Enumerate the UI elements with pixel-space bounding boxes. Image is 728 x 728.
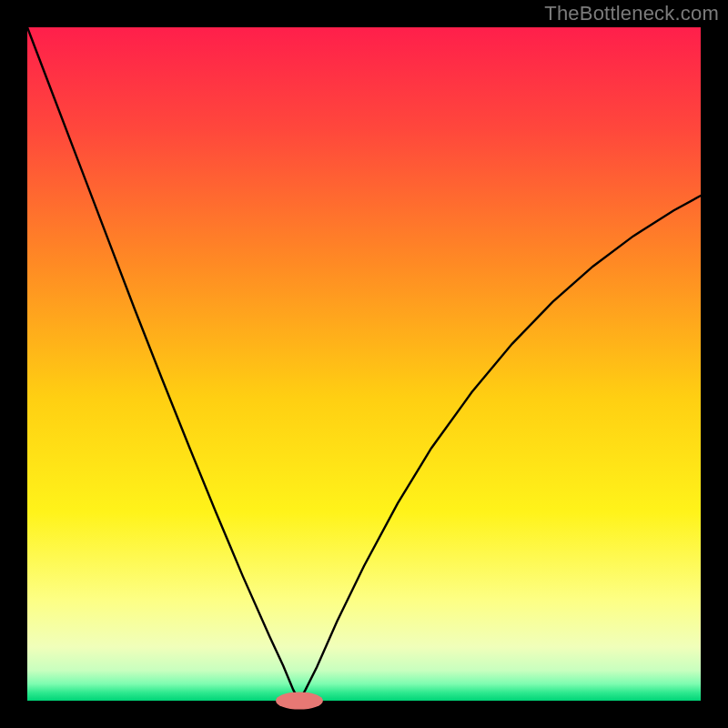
watermark-text: TheBottleneck.com	[544, 2, 719, 25]
chart-frame: TheBottleneck.com	[0, 0, 728, 728]
bottleneck-chart	[0, 0, 728, 728]
chart-plot-background	[27, 27, 701, 701]
optimal-marker	[276, 692, 323, 709]
